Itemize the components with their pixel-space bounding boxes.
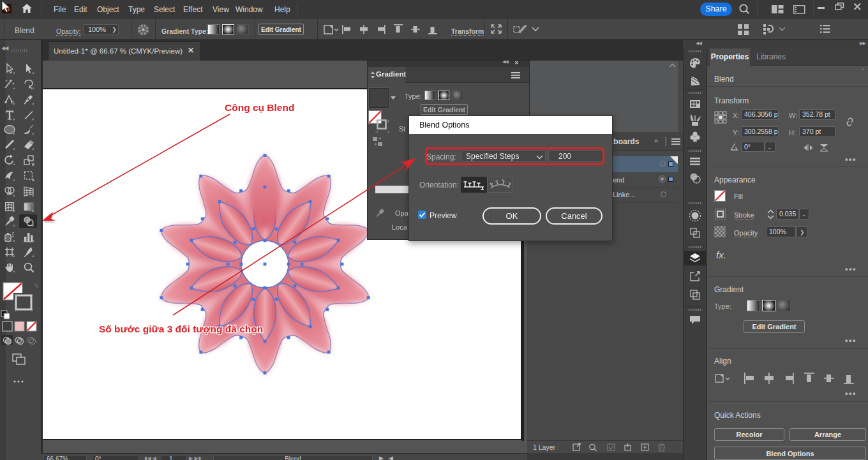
svg-text:?: ? (387, 119, 389, 124)
svg-text:?: ? (387, 130, 389, 133)
svg-text:?: ? (31, 293, 33, 298)
svg-text:?: ? (375, 130, 378, 133)
svg-text:?: ? (31, 308, 33, 313)
svg-text:?: ? (375, 119, 378, 124)
svg-text:?: ? (14, 293, 17, 298)
svg-text:?: ? (14, 308, 17, 313)
